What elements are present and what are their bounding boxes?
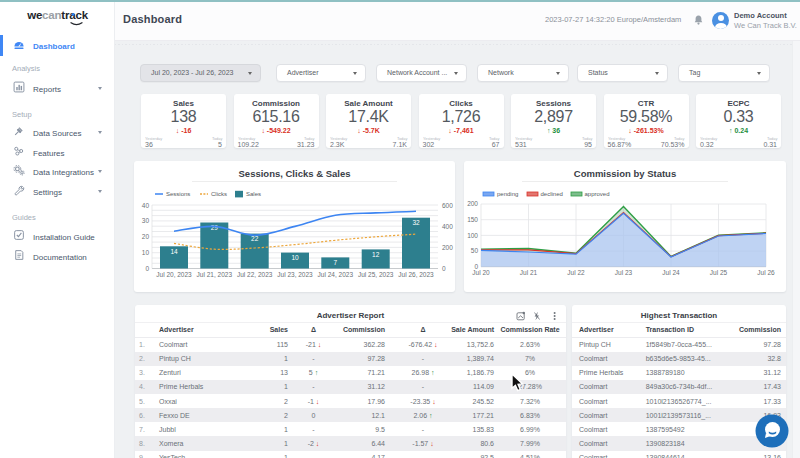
svg-text:Jul 23: Jul 23 [615,269,633,276]
svg-text:Jul 26: Jul 26 [757,269,775,276]
svg-text:200: 200 [442,244,453,251]
svg-text:Sessions: Sessions [166,191,190,197]
svg-text:20: 20 [142,233,150,240]
svg-text:Sales: Sales [246,191,261,197]
svg-text:100: 100 [467,232,478,239]
svg-text:40: 40 [142,202,150,209]
svg-text:declined: declined [541,191,563,197]
svg-text:Jul 25, 2023: Jul 25, 2023 [358,271,394,278]
svg-text:400: 400 [442,223,453,230]
svg-text:Jul 22, 2023: Jul 22, 2023 [237,271,273,278]
svg-text:150: 150 [467,216,478,223]
svg-text:Jul 21, 2023: Jul 21, 2023 [197,271,233,278]
svg-text:approved: approved [585,191,610,197]
svg-text:200: 200 [467,200,478,207]
svg-text:600: 600 [442,202,453,209]
svg-text:Jul 24, 2023: Jul 24, 2023 [318,271,354,278]
svg-text:10: 10 [142,249,150,256]
svg-text:Jul 23, 2023: Jul 23, 2023 [277,271,313,278]
svg-text:29: 29 [211,224,219,231]
svg-text:pending: pending [497,191,518,197]
svg-text:30: 30 [142,217,150,224]
svg-text:Jul 25: Jul 25 [710,269,728,276]
svg-text:7: 7 [333,259,337,266]
svg-text:0: 0 [442,265,446,272]
svg-text:0: 0 [145,265,149,272]
svg-text:14: 14 [170,248,178,255]
svg-text:Jul 22: Jul 22 [567,269,585,276]
svg-text:Jul 21: Jul 21 [520,269,538,276]
svg-text:Jul 20: Jul 20 [472,269,490,276]
svg-text:50: 50 [471,247,479,254]
svg-text:32: 32 [412,219,420,226]
svg-text:Jul 26, 2023: Jul 26, 2023 [398,271,434,278]
svg-text:22: 22 [251,235,259,242]
svg-text:Jul 24: Jul 24 [662,269,680,276]
svg-text:10: 10 [291,254,299,261]
svg-text:Jul 20, 2023: Jul 20, 2023 [156,271,192,278]
svg-text:Clicks: Clicks [211,191,227,197]
svg-text:12: 12 [372,251,380,258]
